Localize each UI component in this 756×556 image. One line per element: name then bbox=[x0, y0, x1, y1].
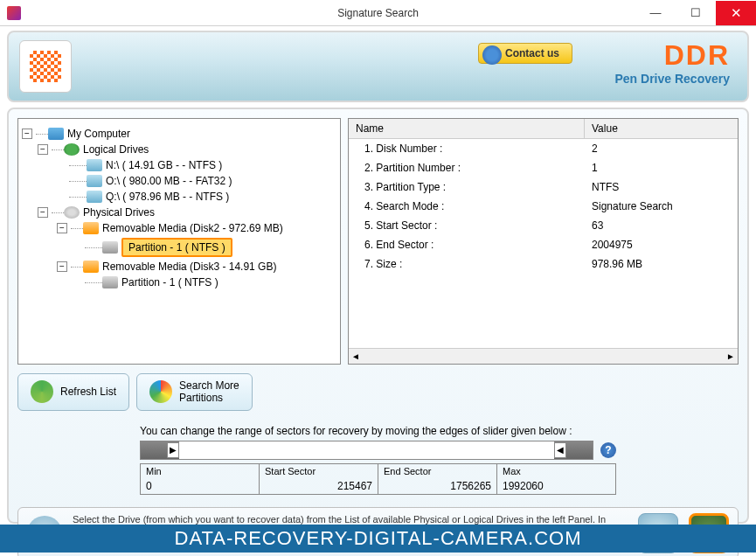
slider-handle-right[interactable]: ◀ bbox=[554, 441, 593, 459]
tree-partition-2[interactable]: Partition - 1 ( NTFS ) bbox=[121, 276, 218, 288]
app-icon bbox=[7, 6, 21, 20]
detail-row: 2. Partition Number :1 bbox=[349, 158, 738, 177]
tree-media-2[interactable]: Removable Media (Disk3 - 14.91 GB) bbox=[102, 261, 276, 273]
slider-handle-left[interactable]: ▶ bbox=[141, 441, 179, 459]
sector-hint: You can change the range of sectors for … bbox=[140, 425, 616, 437]
horizontal-scrollbar[interactable]: ◄► bbox=[349, 348, 738, 364]
brand-name: DDR bbox=[614, 39, 730, 72]
app-header: Contact us DDR Pen Drive Recovery bbox=[7, 31, 749, 102]
collapse-icon[interactable]: − bbox=[57, 223, 67, 233]
media-icon bbox=[83, 222, 99, 234]
detail-row: 1. Disk Number :2 bbox=[349, 139, 738, 158]
brand: DDR Pen Drive Recovery bbox=[614, 39, 730, 86]
close-button[interactable]: ✕ bbox=[716, 1, 756, 25]
tree-drive-n[interactable]: N:\ ( 14.91 GB - - NTFS ) bbox=[106, 159, 222, 171]
pie-chart-icon bbox=[149, 380, 172, 403]
help-icon[interactable]: ? bbox=[600, 442, 616, 458]
sector-slider[interactable]: ▶ ◀ bbox=[140, 441, 593, 460]
slider-track[interactable] bbox=[179, 441, 554, 459]
column-name[interactable]: Name bbox=[349, 119, 585, 138]
brand-subtitle: Pen Drive Recovery bbox=[614, 72, 730, 86]
collapse-icon[interactable]: − bbox=[38, 144, 48, 155]
refresh-list-button[interactable]: Refresh List bbox=[17, 373, 129, 411]
detail-row: 6. End Sector :2004975 bbox=[349, 235, 738, 254]
collapse-icon[interactable]: − bbox=[57, 261, 67, 272]
disk-icon bbox=[64, 206, 80, 219]
drive-icon bbox=[87, 159, 102, 171]
tree-physical-drives[interactable]: Physical Drives bbox=[83, 206, 155, 219]
sector-min: Min0 bbox=[140, 463, 259, 495]
drive-icon bbox=[87, 191, 102, 203]
drive-icon bbox=[87, 175, 102, 187]
collapse-icon[interactable]: − bbox=[38, 207, 48, 218]
detail-row: 4. Search Mode :Signature Search bbox=[349, 197, 738, 216]
start-sector-field[interactable]: Start Sector215467 bbox=[259, 463, 378, 495]
detail-row: 5. Start Sector :63 bbox=[349, 216, 738, 235]
collapse-icon[interactable]: − bbox=[22, 129, 32, 139]
tree-partition-selected[interactable]: Partition - 1 ( NTFS ) bbox=[121, 238, 232, 257]
tree-media-1[interactable]: Removable Media (Disk2 - 972.69 MB) bbox=[102, 222, 283, 234]
refresh-icon bbox=[31, 380, 53, 403]
titlebar: Signature Search — ☐ ✕ bbox=[0, 0, 756, 26]
minimize-button[interactable]: — bbox=[635, 1, 676, 25]
partition-icon bbox=[102, 241, 118, 254]
sector-max: Max1992060 bbox=[496, 463, 616, 495]
media-icon bbox=[83, 261, 99, 273]
sector-range-section: You can change the range of sectors for … bbox=[17, 425, 739, 495]
tree-drive-o[interactable]: O:\ ( 980.00 MB - - FAT32 ) bbox=[106, 175, 232, 187]
tree-drive-q[interactable]: Q:\ ( 978.96 MB - - NTFS ) bbox=[106, 191, 229, 203]
maximize-button[interactable]: ☐ bbox=[676, 1, 716, 25]
tree-logical-drives[interactable]: Logical Drives bbox=[83, 143, 149, 156]
partition-icon bbox=[102, 276, 118, 288]
logo bbox=[19, 40, 72, 93]
detail-row: 3. Partition Type :NTFS bbox=[349, 177, 738, 197]
window-title: Signature Search bbox=[337, 7, 419, 19]
scroll-right-icon[interactable]: ► bbox=[726, 351, 735, 361]
slider-arrow-right-icon: ▶ bbox=[167, 442, 179, 458]
logo-icon bbox=[30, 51, 61, 82]
end-sector-field[interactable]: End Sector1756265 bbox=[378, 463, 496, 495]
drive-tree[interactable]: −My Computer −Logical Drives N:\ ( 14.91… bbox=[17, 118, 341, 365]
details-header: Name Value bbox=[349, 119, 738, 139]
main-content: −My Computer −Logical Drives N:\ ( 14.91… bbox=[7, 108, 749, 524]
column-value[interactable]: Value bbox=[585, 119, 738, 138]
tree-root[interactable]: My Computer bbox=[67, 128, 130, 140]
watermark: DATA-RECOVERY-DIGITAL-CAMERA.COM bbox=[0, 525, 756, 553]
detail-row: 7. Size :978.96 MB bbox=[349, 254, 738, 274]
computer-icon bbox=[48, 128, 64, 140]
contact-us-button[interactable]: Contact us bbox=[478, 43, 572, 64]
slider-arrow-left-icon: ◀ bbox=[554, 442, 566, 458]
scroll-left-icon[interactable]: ◄ bbox=[351, 351, 360, 361]
details-panel: Name Value 1. Disk Number :2 2. Partitio… bbox=[348, 118, 739, 365]
globe-icon bbox=[64, 143, 80, 156]
search-more-partitions-button[interactable]: Search More Partitions bbox=[136, 373, 253, 411]
